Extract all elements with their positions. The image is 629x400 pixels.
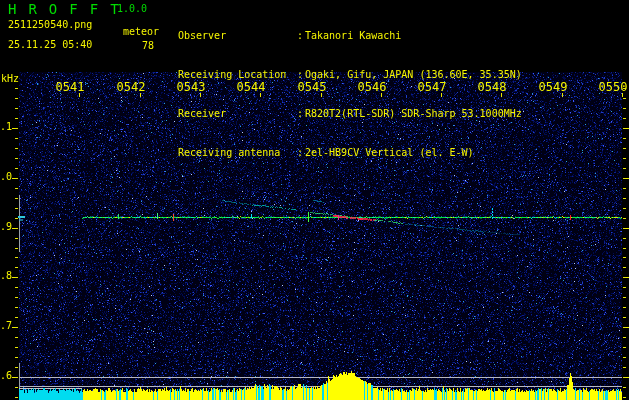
hrofft-window: HROFFT 1.0.0 2511250540.png meteor 25.11… xyxy=(0,0,629,400)
spectrogram-canvas xyxy=(0,0,629,400)
